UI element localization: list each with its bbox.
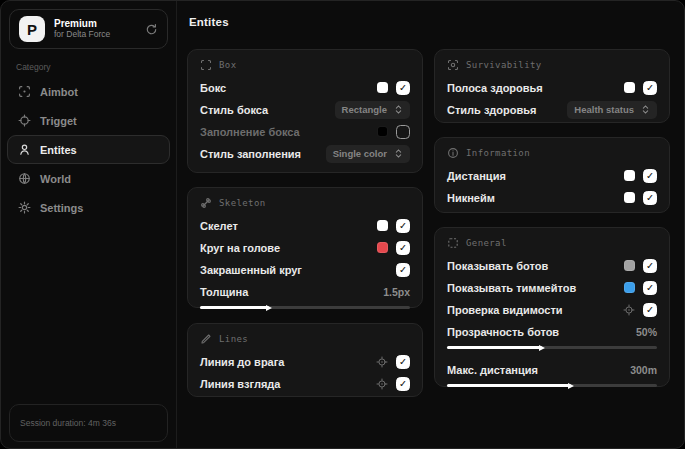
setting-row-thickness: Толщина 1.5px bbox=[200, 284, 410, 299]
checkbox[interactable] bbox=[396, 81, 410, 95]
panel-box: Box Бокс Стиль бокса Rectangle Заполнени… bbox=[187, 49, 423, 173]
chevron-updown-icon bbox=[394, 148, 403, 159]
setting-row-show-bots: Показывать ботов bbox=[447, 258, 657, 273]
checkbox[interactable] bbox=[396, 241, 410, 255]
bone-icon bbox=[200, 197, 212, 209]
bot-opacity-slider[interactable] bbox=[447, 345, 657, 350]
setting-label: Показывать тиммейтов bbox=[447, 282, 576, 294]
select-value: Health status bbox=[574, 104, 634, 115]
person-icon bbox=[18, 143, 31, 156]
sidebar-item-trigget[interactable]: Trigget bbox=[7, 106, 170, 135]
setting-row-bot-opacity: Прозрачность ботов 50% bbox=[447, 324, 657, 339]
category-label: Category bbox=[16, 62, 176, 72]
setting-label: Показывать ботов bbox=[447, 260, 548, 272]
checkbox[interactable] bbox=[643, 169, 657, 183]
setting-label: Заполнение бокса bbox=[200, 126, 300, 138]
thickness-slider[interactable] bbox=[200, 305, 410, 310]
panel-skeleton-header: Skeleton bbox=[200, 197, 410, 209]
checkbox[interactable] bbox=[396, 125, 410, 139]
sidebar-nav: Aimbot Trigget Entites World bbox=[1, 77, 176, 222]
checkbox[interactable] bbox=[643, 259, 657, 273]
session-duration-label: Session duration: 4m 36s bbox=[20, 418, 116, 428]
info-icon bbox=[447, 147, 459, 159]
checkbox[interactable] bbox=[643, 191, 657, 205]
sidebar-item-label: Trigget bbox=[40, 115, 77, 127]
color-swatch[interactable] bbox=[377, 82, 388, 93]
panel-title: Survivability bbox=[466, 60, 542, 70]
setting-label: Толщина bbox=[200, 286, 248, 298]
sidebar-item-label: World bbox=[40, 173, 71, 185]
brand-subtitle: for Delta Force bbox=[54, 30, 136, 40]
setting-label: Линия взгляда bbox=[200, 378, 280, 390]
sidebar-item-settings[interactable]: Settings bbox=[7, 193, 170, 222]
setting-row-nickname: Никнейм bbox=[447, 190, 657, 205]
sidebar-item-label: Entites bbox=[40, 144, 77, 156]
crosshair-frame-icon bbox=[18, 85, 31, 98]
setting-row-healthbar: Полоса здоровья bbox=[447, 80, 657, 95]
crosshair-circle-icon bbox=[18, 114, 31, 127]
color-swatch[interactable] bbox=[377, 220, 388, 231]
sidebar-item-aimbot[interactable]: Aimbot bbox=[7, 77, 170, 106]
panel-information-header: Information bbox=[447, 147, 657, 159]
chevron-updown-icon bbox=[394, 104, 403, 115]
app-window: P Premium for Delta Force Category Aimbo… bbox=[0, 0, 685, 449]
setting-row-box-fill: Заполнение бокса bbox=[200, 124, 410, 139]
panel-title: Skeleton bbox=[219, 198, 266, 208]
setting-label: Никнейм bbox=[447, 192, 495, 204]
sidebar-item-label: Aimbot bbox=[40, 86, 78, 98]
setting-row-distance: Дистанция bbox=[447, 168, 657, 183]
checkbox[interactable] bbox=[643, 281, 657, 295]
panel-title: Box bbox=[219, 60, 236, 70]
setting-row-box: Бокс bbox=[200, 80, 410, 95]
color-swatch[interactable] bbox=[624, 170, 635, 181]
color-swatch[interactable] bbox=[624, 82, 635, 93]
panel-survivability: Survivability Полоса здоровья Стиль здор… bbox=[434, 49, 670, 123]
refresh-icon[interactable] bbox=[145, 23, 158, 36]
sidebar-item-label: Settings bbox=[40, 202, 83, 214]
color-swatch[interactable] bbox=[377, 242, 388, 253]
fill-style-select[interactable]: Single color bbox=[326, 145, 410, 163]
setting-row-show-teammates: Показывать тиммейтов bbox=[447, 280, 657, 295]
panel-title: Information bbox=[466, 148, 530, 158]
session-duration: Session duration: 4m 36s bbox=[9, 404, 168, 442]
slider-fill bbox=[447, 346, 542, 349]
setting-label: Макс. дистанция bbox=[447, 364, 538, 376]
color-swatch[interactable] bbox=[624, 192, 635, 203]
setting-label: Прозрачность ботов bbox=[447, 326, 559, 338]
panel-title: General bbox=[466, 238, 507, 248]
setting-label: Проверка видимости bbox=[447, 304, 563, 316]
slider-value: 300m bbox=[630, 364, 657, 376]
sidebar-item-entites[interactable]: Entites bbox=[7, 135, 170, 164]
setting-label: Круг на голове bbox=[200, 242, 280, 254]
checkbox[interactable] bbox=[643, 81, 657, 95]
checkbox[interactable] bbox=[643, 303, 657, 317]
slider-fill bbox=[447, 384, 571, 387]
setting-label: Линия до врага bbox=[200, 356, 284, 368]
target-icon[interactable] bbox=[623, 304, 635, 316]
slider-fill bbox=[200, 306, 269, 309]
target-icon[interactable] bbox=[376, 378, 388, 390]
setting-row-fill-style: Стиль заполнения Single color bbox=[200, 146, 410, 161]
setting-label: Стиль бокса bbox=[200, 104, 268, 116]
color-swatch[interactable] bbox=[377, 126, 388, 137]
page-title: Entites bbox=[189, 16, 229, 28]
checkbox[interactable] bbox=[396, 377, 410, 391]
setting-label: Дистанция bbox=[447, 170, 506, 182]
brand-card: P Premium for Delta Force bbox=[9, 9, 168, 49]
panel-survivability-header: Survivability bbox=[447, 59, 657, 71]
checkbox[interactable] bbox=[396, 219, 410, 233]
color-swatch[interactable] bbox=[624, 282, 635, 293]
health-style-select[interactable]: Health status bbox=[567, 101, 657, 119]
chevron-updown-icon bbox=[641, 104, 650, 115]
box-corners-icon bbox=[200, 59, 212, 71]
brand-logo: P bbox=[19, 16, 45, 42]
target-icon[interactable] bbox=[376, 356, 388, 368]
setting-row-skeleton: Скелет bbox=[200, 218, 410, 233]
slider-value: 1.5px bbox=[383, 286, 410, 298]
box-style-select[interactable]: Rectangle bbox=[335, 101, 410, 119]
color-swatch[interactable] bbox=[624, 260, 635, 271]
checkbox[interactable] bbox=[396, 263, 410, 277]
checkbox[interactable] bbox=[396, 355, 410, 369]
max-distance-slider[interactable] bbox=[447, 383, 657, 388]
sidebar-item-world[interactable]: World bbox=[7, 164, 170, 193]
